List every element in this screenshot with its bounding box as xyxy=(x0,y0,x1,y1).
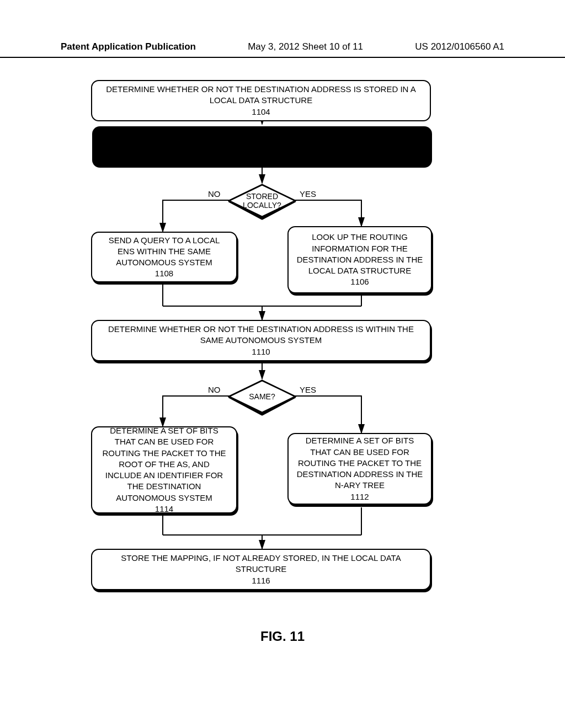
step-1116: STORE THE MAPPING, IF NOT ALREADY STORED… xyxy=(91,549,431,590)
label-no-1: NO xyxy=(208,189,221,199)
step-num: 1112 xyxy=(350,491,369,502)
step-1110: DETERMINE WHETHER OR NOT THE DESTINATION… xyxy=(91,320,431,361)
step-text: STORE THE MAPPING, IF NOT ALREADY STORED… xyxy=(100,553,422,575)
step-1108: SEND A QUERY TO A LOCAL ENS WITHIN THE S… xyxy=(91,232,237,282)
decision-line1: SAME? xyxy=(249,392,275,401)
step-1104: DETERMINE WHETHER OR NOT THE DESTINATION… xyxy=(91,80,431,121)
step-num: 1104 xyxy=(252,106,270,117)
step-text: LOOK UP THE ROUTING INFORMATION FOR THE … xyxy=(296,232,423,276)
step-1106: LOOK UP THE ROUTING INFORMATION FOR THE … xyxy=(287,226,432,293)
label-no-2: NO xyxy=(208,385,221,394)
page-header: Patent Application Publication May 3, 20… xyxy=(0,41,565,58)
step-1112: DETERMINE A SET OF BITS THAT CAN BE USED… xyxy=(287,433,432,505)
step-num: 1110 xyxy=(252,346,270,357)
label-yes-1: YES xyxy=(300,189,316,199)
step-num: 1108 xyxy=(155,268,173,279)
step-text: DETERMINE WHETHER OR NOT THE DESTINATION… xyxy=(100,84,422,106)
decision-line1: STORED xyxy=(246,192,278,201)
step-num: 1116 xyxy=(252,575,270,586)
header-left: Patent Application Publication xyxy=(61,41,196,52)
step-text: DETERMINE A SET OF BITS THAT CAN BE USED… xyxy=(100,425,228,504)
step-1114: DETERMINE A SET OF BITS THAT CAN BE USED… xyxy=(91,426,237,513)
step-text: DETERMINE WHETHER OR NOT THE DESTINATION… xyxy=(100,324,422,346)
step-num: 1114 xyxy=(155,504,173,515)
decision-same: SAME? xyxy=(228,379,296,414)
figure-label: FIG. 11 xyxy=(0,629,565,644)
step-num: 1106 xyxy=(350,276,369,287)
decision-line2: LOCALLY? xyxy=(243,201,281,210)
header-center: May 3, 2012 Sheet 10 of 11 xyxy=(248,41,363,52)
header-right: US 2012/0106560 A1 xyxy=(415,41,504,52)
step-text: SEND A QUERY TO A LOCAL ENS WITHIN THE S… xyxy=(100,235,228,269)
label-yes-2: YES xyxy=(300,385,316,394)
decision-stored-locally: STORED LOCALLY? xyxy=(228,184,296,218)
step-text: DETERMINE A SET OF BITS THAT CAN BE USED… xyxy=(296,435,423,491)
